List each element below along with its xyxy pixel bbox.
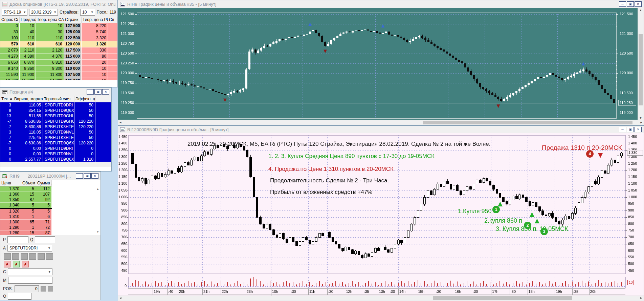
position-cell[interactable]: SPBFUTD9NVL bbox=[43, 151, 74, 157]
position-cell[interactable]: -7 bbox=[0, 119, 13, 124]
position-cell[interactable]: 0 bbox=[74, 151, 95, 157]
position-cell[interactable]: 118,05 bbox=[13, 129, 43, 135]
orderbook-ask-cell[interactable]: 5 bbox=[21, 186, 36, 192]
options-cell[interactable]: 80 bbox=[82, 54, 108, 60]
options-cell[interactable]: 110 000 bbox=[64, 66, 82, 72]
scroll-down-icon[interactable]: ▼ bbox=[96, 230, 99, 234]
position-cell[interactable]: 50 bbox=[74, 113, 95, 119]
options-cell[interactable]: 330 bbox=[82, 47, 108, 54]
position-cell[interactable]: -7 bbox=[0, 140, 13, 146]
close-button[interactable]: ✕ bbox=[635, 127, 642, 132]
options-cell[interactable]: 100 bbox=[0, 35, 20, 41]
options-cell[interactable]: 610 bbox=[20, 41, 36, 47]
orderbook-bid-cell[interactable]: 72 bbox=[36, 225, 52, 230]
options-cell[interactable]: 30 bbox=[0, 29, 20, 35]
orderbook-ask-cell[interactable]: 107 bbox=[36, 192, 52, 197]
options-cell[interactable]: 30 bbox=[36, 29, 64, 35]
position-cell[interactable]: 120 220 bbox=[74, 119, 95, 124]
orderbook-ask-cell[interactable]: 112 bbox=[36, 186, 52, 192]
position-cell[interactable] bbox=[95, 102, 111, 108]
position-cell[interactable]: 2 557,77 bbox=[13, 157, 43, 162]
pos-button-2[interactable] bbox=[48, 286, 53, 292]
options-cell[interactable]: 10 bbox=[20, 23, 36, 29]
position-cell[interactable]: SPBFUTD9Q6X bbox=[43, 157, 74, 162]
options-cell[interactable]: 120 000 bbox=[64, 41, 82, 47]
position-cell[interactable]: SPBFUTD9Q6X bbox=[43, 108, 74, 113]
options-col-header[interactable]: Страйк bbox=[64, 17, 82, 23]
options-cell[interactable]: 107 500 bbox=[64, 72, 82, 78]
position-cell[interactable] bbox=[95, 140, 111, 146]
comment-input[interactable] bbox=[8, 277, 52, 284]
instrument-select[interactable]: RTS-3.19▼ bbox=[2, 9, 27, 16]
orderbook-bid-cell[interactable]: 1 bbox=[21, 214, 36, 220]
position-cell[interactable] bbox=[95, 119, 111, 124]
position-cell[interactable]: 120 220 bbox=[74, 124, 95, 129]
position-cell[interactable]: 275,45 bbox=[13, 135, 43, 140]
options-col-header[interactable]: Сп bbox=[108, 17, 117, 23]
strikes-count-select[interactable]: 10▼ bbox=[80, 9, 95, 16]
options-cell[interactable]: 5 740 bbox=[82, 29, 108, 35]
options-cell[interactable]: 4 270 bbox=[0, 54, 20, 60]
position-cell[interactable]: SPBFUTD9Q6X bbox=[43, 140, 74, 146]
options-col-header[interactable]: Теор. цена CAL bbox=[36, 17, 64, 23]
orderbook-ask-cell[interactable]: 15 bbox=[21, 192, 36, 197]
options-cell[interactable]: 122 500 bbox=[64, 35, 82, 41]
position-cell[interactable]: SPBFUTD9DRI bbox=[43, 102, 74, 108]
options-cell[interactable]: 10 bbox=[82, 66, 108, 72]
qty-input[interactable] bbox=[35, 236, 55, 243]
orderbook-bid-cell[interactable]: 5 bbox=[21, 209, 36, 214]
position-cell[interactable] bbox=[95, 151, 111, 157]
orderbook-ask-cell[interactable]: 1 370 bbox=[0, 186, 21, 192]
options-cell[interactable]: 0 bbox=[0, 23, 20, 29]
position-col-header[interactable]: Вариац. маржа bbox=[13, 96, 43, 102]
position-cell[interactable]: 7 bbox=[0, 135, 13, 140]
position-cell[interactable]: 0,00 bbox=[13, 146, 43, 151]
options-cell[interactable] bbox=[108, 23, 117, 29]
options-cell[interactable]: 4 380 bbox=[20, 54, 36, 60]
options-cell[interactable]: 10 bbox=[36, 23, 64, 29]
horizontal-scrollbar[interactable]: ◄ ► bbox=[118, 120, 644, 125]
position-cell[interactable]: 8 630,86 bbox=[13, 124, 43, 129]
orderbook-ask-cell[interactable]: 92 bbox=[36, 197, 52, 203]
options-col-header[interactable]: Предлож bbox=[20, 17, 36, 23]
position-cell[interactable]: 9 bbox=[0, 108, 13, 113]
orderbook-bid-cell[interactable]: 1 bbox=[21, 225, 36, 230]
options-cell[interactable]: 11 900 bbox=[20, 72, 36, 78]
client-select[interactable]: ▼ bbox=[8, 268, 52, 275]
scroll-up-icon[interactable]: ▲ bbox=[638, 8, 643, 13]
maximize-button[interactable]: ▣ bbox=[94, 89, 102, 95]
orderbook-bid-cell[interactable]: 71 bbox=[36, 220, 52, 225]
minimize-button[interactable]: ─ bbox=[87, 89, 94, 95]
position-cell[interactable]: 511,55 bbox=[13, 113, 43, 119]
orderbook-bid-cell[interactable]: 87 bbox=[36, 230, 52, 235]
minimize-button[interactable]: ─ bbox=[76, 173, 83, 179]
options-cell[interactable]: 40 bbox=[20, 29, 36, 35]
options-cell[interactable]: 8 220 bbox=[82, 23, 108, 29]
orderbook-ask-cell[interactable]: 5 bbox=[21, 203, 36, 208]
position-cell[interactable] bbox=[95, 129, 111, 135]
position-cell[interactable]: 120 220 bbox=[74, 140, 95, 146]
orderbook-ask-cell[interactable]: 1 360 bbox=[0, 192, 21, 197]
options-cell[interactable]: 2 110 bbox=[20, 47, 36, 54]
options-cell[interactable] bbox=[108, 47, 117, 54]
orderbook-ask-cell[interactable]: 1 340 bbox=[0, 203, 21, 208]
scroll-left-icon[interactable]: ◄ bbox=[118, 296, 123, 300]
options-cell[interactable]: 11 590 bbox=[0, 72, 20, 78]
close-button[interactable]: ✕ bbox=[91, 173, 98, 179]
options-cell[interactable]: 115 000 bbox=[64, 54, 82, 60]
options-cell[interactable]: 112 500 bbox=[64, 60, 82, 66]
options-cell[interactable] bbox=[108, 66, 117, 72]
maximize-button[interactable]: ▣ bbox=[627, 1, 634, 7]
position-cell[interactable]: 8 630,86 bbox=[13, 140, 43, 146]
minimize-button[interactable]: ─ bbox=[619, 127, 626, 132]
options-cell[interactable]: 4 370 bbox=[36, 54, 64, 60]
options-cell[interactable]: 127 500 bbox=[64, 23, 82, 29]
position-cell[interactable]: -7 bbox=[0, 124, 13, 129]
options-cell[interactable]: 6 870 bbox=[20, 60, 36, 66]
orderbook-ask-cell[interactable]: 5 bbox=[36, 203, 52, 208]
options-cell[interactable]: 11 800 bbox=[36, 72, 64, 78]
cancel-order-button[interactable]: ✗ bbox=[4, 261, 10, 267]
position-cell[interactable]: 13 bbox=[0, 113, 13, 119]
options-cell[interactable] bbox=[108, 29, 117, 35]
position-cell[interactable]: 0,00 bbox=[13, 151, 43, 157]
